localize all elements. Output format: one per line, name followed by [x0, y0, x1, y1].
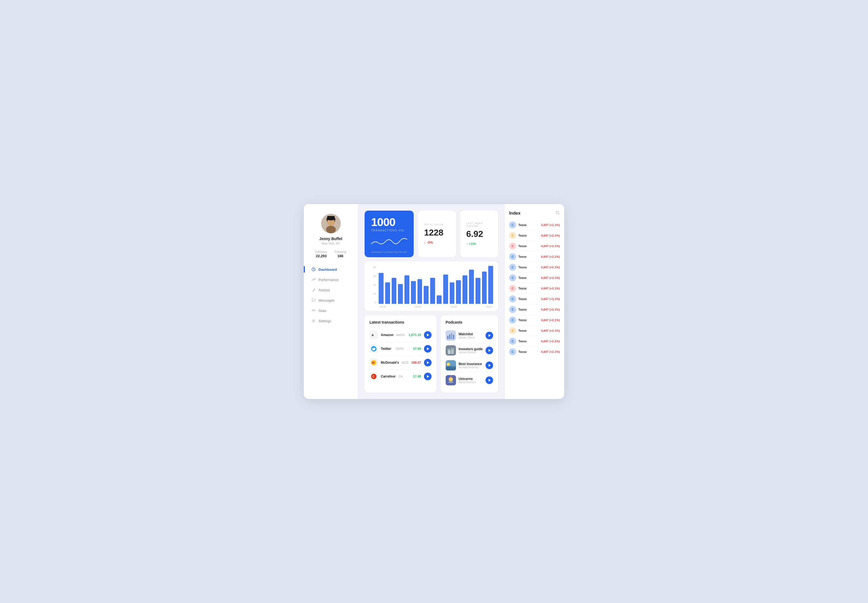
bar	[450, 282, 455, 304]
index-name: Tezox	[518, 266, 539, 269]
svg-point-7	[313, 320, 314, 322]
index-avatar: C	[509, 327, 516, 334]
followers-stat: Followers 22,293	[315, 250, 327, 258]
index-value: 4,847 (+2.1%)	[541, 329, 560, 332]
index-value: 4,847 (+2.1%)	[541, 308, 560, 311]
index-name: Tezox	[518, 223, 539, 227]
bar-chart-card: 80 60 40 20 0 01/18 05/18 09/18 01/19	[364, 261, 498, 311]
play-button[interactable]	[424, 359, 432, 366]
podcast-author: Alicia Florricks	[459, 381, 483, 384]
play-button[interactable]	[424, 373, 432, 380]
tx-name: McDonald's	[381, 361, 399, 365]
total-value-change: ↓ -3%	[424, 240, 450, 244]
index-value: 4,847 (+2.1%)	[541, 223, 560, 227]
sidebar-item-dashboard[interactable]: Dashboard	[308, 264, 353, 274]
table-row: Twitter TWTR 37.90	[369, 342, 432, 356]
index-header: Index	[509, 210, 560, 216]
bar	[469, 270, 474, 304]
index-avatar: C	[509, 338, 516, 345]
index-name: Tezox	[518, 234, 539, 237]
index-row: C Tezox 4,847 (+2.1%)	[509, 283, 560, 294]
index-name: Tezox	[518, 319, 539, 322]
transactions-card: Latest transactions a Amazon AMZN 1,671.…	[364, 315, 436, 393]
tx-amount: 17.40	[411, 374, 421, 378]
bar	[379, 273, 384, 304]
svg-point-30	[449, 377, 453, 382]
total-value-number: 1228	[424, 228, 450, 238]
index-row: C Tezox 4,847 (+2.1%)	[509, 325, 560, 336]
podcast-play-button[interactable]	[485, 346, 493, 354]
podcast-thumbnail	[446, 360, 456, 371]
svg-rect-19	[446, 345, 456, 356]
sidebar-item-messages[interactable]: Messages	[308, 295, 353, 305]
sidebar-item-settings-label: Settings	[318, 319, 331, 323]
bar	[437, 295, 442, 304]
play-button[interactable]	[424, 345, 432, 353]
list-item: Unicorns Alicia Florricks	[446, 373, 493, 388]
nav-list: Dashboard Performance Ar	[304, 264, 358, 326]
podcast-play-button[interactable]	[485, 362, 493, 369]
podcast-info: Best insurance Richard Anthony	[459, 362, 483, 369]
sidebar-item-settings[interactable]: Settings	[308, 316, 353, 326]
index-value: 4,847 (+2.1%)	[541, 244, 560, 248]
index-avatar: C	[509, 221, 516, 229]
index-list: C Tezox 4,847 (+2.1%) C Tezox 4,847 (+2.…	[509, 220, 560, 357]
svg-text:C: C	[372, 375, 375, 378]
play-button[interactable]	[424, 331, 432, 339]
sidebar-item-articles[interactable]: Articles	[308, 285, 353, 295]
top-cards-row: 1000 TRANSACTIONS VOL SUN MON TUE WED TH…	[364, 210, 498, 257]
index-row: C Tezox 4,847 (+2.1%)	[509, 346, 560, 357]
bar	[385, 282, 390, 304]
podcasts-title: Podcasts	[446, 320, 493, 325]
list-item: Watchlist James Johns	[446, 328, 493, 343]
index-avatar: C	[509, 232, 516, 239]
podcast-author: James Johns	[459, 336, 483, 339]
bar	[462, 275, 467, 304]
settings-icon	[312, 319, 316, 323]
podcast-thumbnail	[446, 330, 456, 341]
svg-text:M: M	[372, 361, 375, 364]
index-row: C Tezox 4,847 (+2.1%)	[509, 294, 560, 305]
feather-icon	[312, 288, 316, 292]
main-content: 1000 TRANSACTIONS VOL SUN MON TUE WED TH…	[358, 204, 505, 399]
index-row: C Tezox 4,847 (+2.1%)	[509, 252, 560, 262]
days-row: SUN MON TUE WED THU FRI SAT	[371, 251, 407, 254]
podcast-play-button[interactable]	[485, 332, 493, 339]
tx-ticker: MCD	[402, 361, 409, 364]
transactions-list: a Amazon AMZN 1,671.15 Twitter TWTR 37.9…	[369, 328, 432, 383]
svg-rect-17	[451, 333, 452, 339]
tx-ticker: TWTR	[395, 347, 407, 350]
list-item: Investors guide Jensen Button	[446, 343, 493, 358]
total-value-label: TOTAL VALUE	[424, 223, 450, 226]
sidebar-item-performance-label: Performance	[318, 278, 338, 282]
podcast-author: Jensen Button	[459, 351, 483, 354]
sidebar-item-stats-label: Stats	[318, 309, 327, 313]
podcast-title: Unicorns	[459, 377, 483, 381]
svg-point-28	[447, 363, 450, 366]
index-value: 4,847 (+2.1%)	[541, 266, 560, 269]
bar	[411, 281, 416, 304]
dashboard-container: Jenny Buffet New York, NY Followers 22,2…	[304, 204, 564, 399]
sidebar-item-performance[interactable]: Performance	[308, 275, 353, 284]
last-week-change: ↑ +1%	[466, 242, 492, 246]
activity-icon	[312, 308, 316, 313]
sidebar-item-stats[interactable]: Stats	[308, 306, 353, 315]
svg-rect-18	[453, 335, 454, 339]
bottom-row: Latest transactions a Amazon AMZN 1,671.…	[364, 315, 498, 393]
bar	[405, 275, 409, 304]
message-icon	[312, 298, 316, 303]
bar	[443, 275, 448, 304]
index-avatar: C	[509, 317, 516, 323]
podcast-info: Unicorns Alicia Florricks	[459, 377, 483, 384]
podcast-title: Investors guide	[459, 347, 483, 351]
search-icon[interactable]	[555, 210, 560, 216]
bar	[398, 284, 403, 304]
index-avatar: C	[509, 253, 516, 260]
index-name: Tezox	[518, 329, 539, 332]
podcast-play-button[interactable]	[485, 376, 493, 384]
svg-line-32	[558, 213, 559, 214]
sidebar-item-dashboard-label: Dashboard	[318, 267, 337, 272]
bars-container	[379, 266, 493, 304]
bar-chart-area: 01/18 05/18 09/18 01/19	[379, 266, 493, 308]
list-item: Best insurance Richard Anthony	[446, 358, 493, 373]
